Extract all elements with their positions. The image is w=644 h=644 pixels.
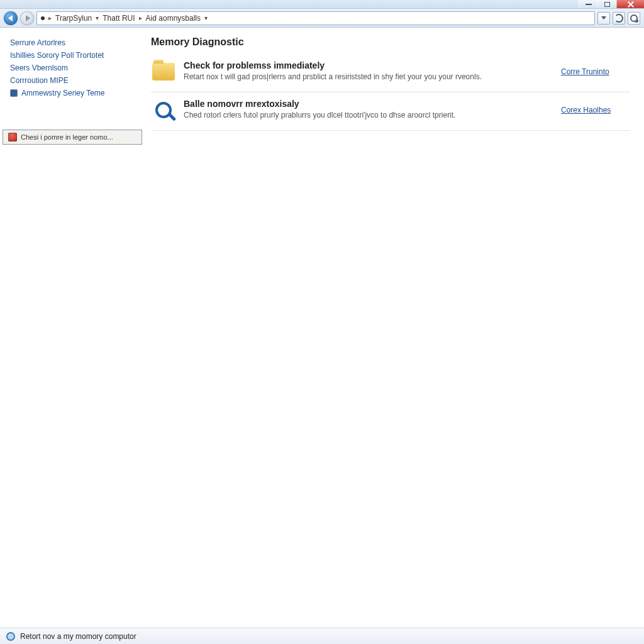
card-title: Balle nomovrr mrextoxisaly [184,99,553,109]
address-root-icon [41,16,45,20]
content-area: Serrure Artorlres Ishillies Sorory Poll … [0,28,644,628]
sidebar-item-label: Ammewstry Seriey Teme [21,89,104,97]
sidebar-link[interactable]: Seers Vbernlsom [10,62,138,74]
nav-forward-button[interactable] [20,11,34,25]
page-title: Memory Diagnostic [151,36,630,48]
sidebar-link[interactable]: Ammewstry Seriey Teme [10,87,138,99]
toolbar: ▸ TrarpSylun ▾ Thatt RUI ▸ Aid aomnysbal… [0,9,644,28]
sidebar-link[interactable]: Corrroution MIPE [10,74,138,87]
sidebar-link[interactable]: Ishillies Sorory Poll Trortotet [10,49,138,62]
search-button[interactable] [628,12,640,25]
breadcrumb-separator-icon: ▾ [204,14,208,21]
card-icon-container [151,59,176,84]
folder-icon [152,63,175,80]
uac-prompt-button[interactable]: Chesi i pomre in leger nomo... [3,130,142,145]
option-card: Check for problemss immediately Retart n… [151,54,630,92]
breadcrumb-item[interactable]: Thatt RUI [103,14,135,23]
breadcrumb-label: TrarpSylun [55,14,92,23]
card-title: Check for problemss immediately [184,60,553,70]
window-titlebar [0,0,644,9]
card-description: Ched rotorl crlers futol prurly prablurr… [184,111,553,119]
sidebar-item-label: Corrroution MIPE [10,76,69,85]
breadcrumb-label: Thatt RUI [103,14,135,23]
status-bar: Retort nov a my momory computor [0,628,644,644]
card-action-link[interactable]: Corex Haolhes [561,106,611,114]
option-card: Balle nomovrr mrextoxisaly Ched rotorl c… [151,92,630,131]
sidebar-item-label: Serrure Artorlres [10,38,65,47]
address-bar[interactable]: ▸ TrarpSylun ▾ Thatt RUI ▸ Aid aomnysbal… [36,11,595,25]
breadcrumb-separator-icon: ▸ [139,14,142,21]
sidebar-item-label: Seers Vbernlsom [10,64,68,72]
shield-icon [8,133,17,142]
info-icon [6,632,15,641]
sidebar: Serrure Artorlres Ishillies Sorory Poll … [0,28,145,628]
window-close-button[interactable] [616,0,644,8]
breadcrumb-label: Aid aomnysballs [146,14,201,23]
refresh-button[interactable] [613,12,625,25]
sidebar-link[interactable]: Serrure Artorlres [10,36,138,49]
status-text: Retort nov a my momory computor [20,632,136,641]
address-history-dropdown[interactable] [597,12,610,25]
uac-prompt-label: Chesi i pomre in leger nomo... [21,133,113,141]
nav-back-button[interactable] [4,11,18,25]
sidebar-item-label: Ishillies Sorory Poll Trortotet [10,51,104,60]
card-icon-container [151,97,176,123]
breadcrumb-item[interactable]: Aid aomnysballs [146,14,201,23]
card-description: Retart nox t will gad pros|rlerrs and pr… [184,72,553,81]
card-action-link[interactable]: Corre Truninto [561,67,609,76]
main-panel: Memory Diagnostic Check for problemss im… [145,28,644,628]
breadcrumb-item[interactable]: TrarpSylun [55,14,92,23]
breadcrumb-separator-icon: ▸ [48,14,52,21]
memory-icon [10,89,18,97]
window-maximize-button[interactable] [597,0,616,8]
breadcrumb-separator-icon: ▾ [96,14,99,21]
window-minimize-button[interactable] [579,0,597,8]
magnifier-icon [155,102,172,118]
